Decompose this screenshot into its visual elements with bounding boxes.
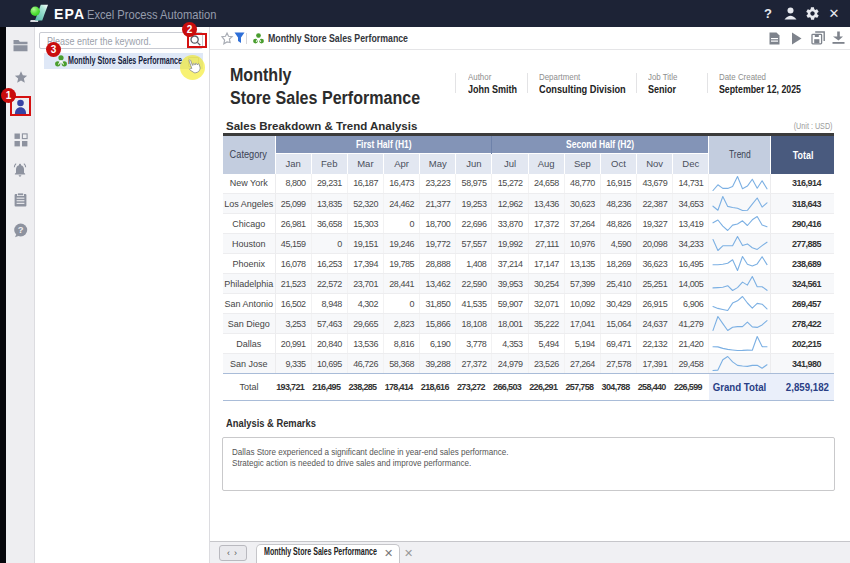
svg-text:?: ? [18, 224, 24, 235]
